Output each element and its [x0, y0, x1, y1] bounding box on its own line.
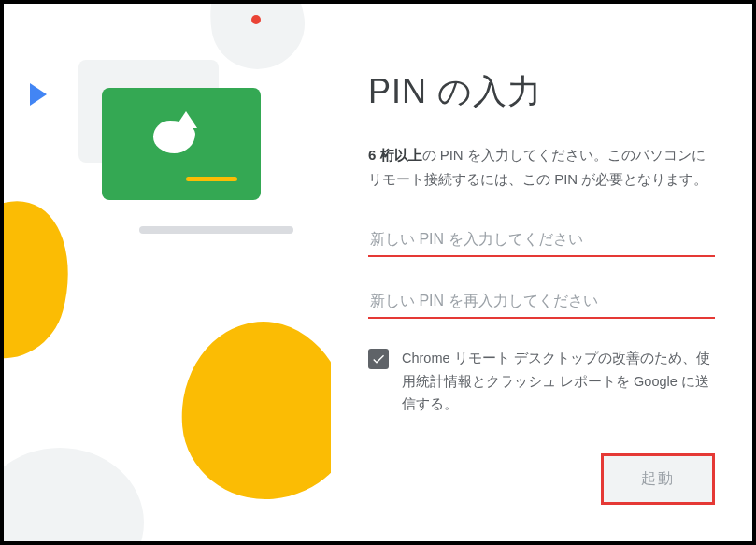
checkmark-icon	[371, 351, 386, 366]
decorative-blob-yellow-left	[4, 187, 88, 372]
monitor-stand-icon	[139, 226, 293, 234]
description-bold: 6 桁以上	[368, 147, 422, 163]
decorative-blob-yellow-right	[174, 315, 331, 507]
stats-checkbox-label: Chrome リモート デスクトップの改善のため、使用統計情報とクラッシュ レポ…	[402, 347, 715, 416]
pin-confirm-input[interactable]	[368, 285, 715, 319]
monitor-triangle-icon	[175, 111, 197, 128]
page-title: PIN の入力	[368, 69, 715, 115]
pin-input[interactable]	[368, 223, 715, 257]
decorative-blob-gray-bottom	[4, 448, 144, 541]
stats-checkbox[interactable]	[368, 349, 389, 369]
monitor-front-icon	[102, 88, 261, 200]
monitor-line-icon	[186, 177, 237, 181]
description-text: 6 桁以上の PIN を入力してください。このパソコンにリモート接続するには、こ…	[368, 143, 715, 191]
start-button[interactable]: 起動	[601, 453, 715, 505]
illustration-panel	[4, 4, 331, 541]
play-triangle-icon	[30, 83, 47, 106]
form-panel: PIN の入力 6 桁以上の PIN を入力してください。このパソコンにリモート…	[331, 4, 752, 541]
stats-checkbox-row: Chrome リモート デスクトップの改善のため、使用統計情報とクラッシュ レポ…	[368, 347, 715, 416]
button-row: 起動	[368, 453, 715, 505]
decorative-red-dot	[251, 15, 261, 24]
